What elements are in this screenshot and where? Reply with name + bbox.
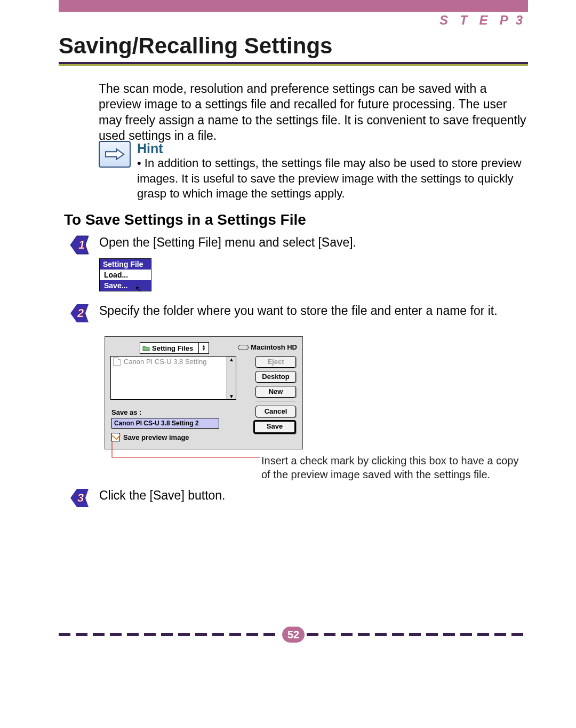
menu-item-save[interactable]: Save... <box>100 280 151 291</box>
scroll-up-icon[interactable]: ▲ <box>229 357 234 362</box>
dialog-button-column: Eject Desktop New Cancel <box>255 356 296 421</box>
drive-indicator: Macintosh HD <box>238 343 297 351</box>
cursor-icon: ↖ <box>135 284 142 294</box>
drive-icon <box>238 345 249 350</box>
new-button[interactable]: New <box>255 386 296 398</box>
step-3-text: Click the [Save] button. <box>99 488 528 503</box>
save-dialog: Setting Files ▲▼ Macintosh HD Canon PI C… <box>105 336 303 449</box>
footer-dashes-right <box>307 633 528 636</box>
callout-leader-line <box>111 441 260 461</box>
save-preview-row[interactable]: Save preview image <box>111 433 189 441</box>
intro-paragraph: The scan mode, resolution and preference… <box>99 81 528 144</box>
desktop-button[interactable]: Desktop <box>255 371 296 383</box>
step-number: 3 <box>516 13 523 27</box>
save-preview-checkbox[interactable] <box>111 433 120 441</box>
scroll-down-icon[interactable]: ▼ <box>229 393 234 399</box>
save-as-value: Canon PI CS-U 3.8 Setting 2 <box>114 420 199 427</box>
page-title: Saving/Recalling Settings <box>59 33 332 59</box>
step-1-text: Open the [Setting File] menu and select … <box>99 235 528 250</box>
step-word: STEP <box>439 13 520 27</box>
hint-arrow-icon <box>99 141 131 168</box>
checkbox-callout: Insert a check mark by clicking this box… <box>261 454 528 481</box>
page-footer: 52 <box>59 627 528 643</box>
hint-text: • In addition to settings, the settings … <box>137 156 528 202</box>
header-band <box>59 0 528 12</box>
save-as-label: Save as : <box>111 408 141 416</box>
section-subheading: To Save Settings in a Settings File <box>64 211 306 228</box>
step-badge-2-icon: 2 <box>69 302 92 325</box>
file-list[interactable]: Canon PI CS-U 3.8 Setting ▲▼ <box>110 356 236 400</box>
hint-title: Hint <box>137 141 163 156</box>
step-label: STEP3 <box>439 13 523 28</box>
folder-dropdown-label: Setting Files <box>152 344 193 352</box>
file-row-label: Canon PI CS-U 3.8 Setting <box>124 358 206 366</box>
button-separator <box>255 401 296 401</box>
step-2-text: Specify the folder where you want to sto… <box>99 303 528 319</box>
drive-label: Macintosh HD <box>251 343 297 351</box>
file-row[interactable]: Canon PI CS-U 3.8 Setting <box>111 357 236 366</box>
save-button[interactable]: Save <box>253 420 296 434</box>
save-preview-label: Save preview image <box>123 433 189 441</box>
title-rule-accent <box>59 64 528 66</box>
document-icon <box>113 357 121 366</box>
footer-dashes-left <box>59 633 280 636</box>
menu-title: Setting File <box>100 259 151 270</box>
cancel-button[interactable]: Cancel <box>255 406 296 417</box>
scrollbar[interactable]: ▲▼ <box>227 357 236 399</box>
folder-icon <box>142 344 150 352</box>
menu-item-load[interactable]: Load... <box>100 270 151 280</box>
svg-text:2: 2 <box>77 306 84 320</box>
folder-dropdown[interactable]: Setting Files ▲▼ <box>140 342 209 354</box>
step-badge-1-icon: 1 <box>69 234 92 256</box>
save-as-input[interactable]: Canon PI CS-U 3.8 Setting 2 <box>111 418 219 429</box>
dropdown-arrows-icon: ▲▼ <box>198 343 209 353</box>
svg-text:3: 3 <box>77 491 84 504</box>
eject-button[interactable]: Eject <box>255 356 296 368</box>
setting-file-menu: Setting File Load... Save... ↖ <box>99 258 151 291</box>
step-badge-3-icon: 3 <box>69 487 92 509</box>
page-number: 52 <box>282 627 305 643</box>
svg-text:1: 1 <box>78 238 85 251</box>
